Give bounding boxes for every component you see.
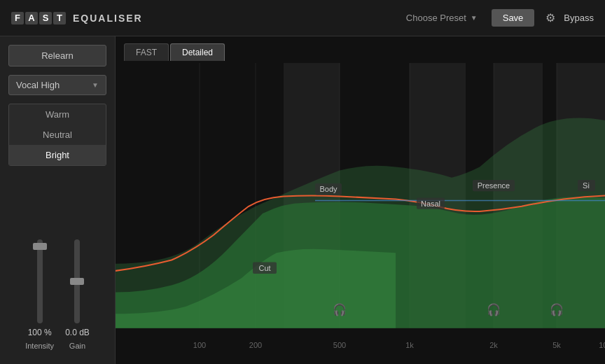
eq-canvas: 100 200 500 1k 2k 5k 10k 🎧 🎧 🎧 Body Nasa… [116, 63, 605, 364]
relearn-button[interactable]: Relearn [8, 45, 106, 66]
save-button[interactable]: Save [492, 9, 535, 27]
svg-text:Cut: Cut [258, 264, 271, 272]
dropdown-list: Warm Neutral Bright [8, 104, 106, 166]
gain-label: Gain [69, 342, 85, 350]
svg-text:🎧: 🎧 [487, 302, 501, 317]
bypass-button[interactable]: Bypass [564, 13, 594, 23]
svg-text:10k: 10k [599, 341, 605, 349]
preset-selector[interactable]: Choose Preset ▼ [406, 13, 478, 23]
preset-arrow-icon: ▼ [471, 14, 478, 22]
svg-text:Presence: Presence [478, 181, 510, 190]
svg-text:200: 200 [249, 341, 262, 349]
svg-text:🎧: 🎧 [550, 302, 564, 317]
svg-text:1k: 1k [405, 341, 414, 349]
intensity-slider-thumb[interactable] [33, 243, 47, 250]
left-panel: Relearn Vocal High ▼ Warm Neutral Bright… [0, 36, 116, 364]
vocal-preset-dropdown[interactable]: Vocal High ▼ [8, 75, 106, 95]
logo-letter-s: S [39, 12, 52, 24]
svg-text:5k: 5k [552, 341, 561, 349]
svg-text:Si: Si [583, 181, 590, 190]
gain-value: 0.0 dB [65, 328, 90, 337]
dropdown-item-bright[interactable]: Bright [9, 145, 106, 165]
svg-text:Nasal: Nasal [421, 200, 440, 208]
logo: F A S T EQUALISER [11, 12, 143, 24]
intensity-label: Intensity [25, 342, 54, 350]
app-title: EQUALISER [73, 13, 143, 24]
preset-label: Choose Preset [406, 13, 466, 23]
dropdown-item-warm[interactable]: Warm [9, 104, 106, 125]
dropdown-item-neutral[interactable]: Neutral [9, 125, 106, 145]
eq-panel: FAST Detailed [116, 36, 605, 364]
eq-svg: 100 200 500 1k 2k 5k 10k 🎧 🎧 🎧 Body Nasa… [116, 63, 605, 364]
vocal-preset-label: Vocal High [16, 80, 60, 90]
logo-letter-a: A [25, 12, 38, 24]
main-layout: Relearn Vocal High ▼ Warm Neutral Bright… [0, 36, 605, 364]
gain-slider-col: 0.0 dB Gain [65, 239, 90, 350]
intensity-slider-col: 100 % Intensity [25, 239, 54, 350]
eq-tabs: FAST Detailed [116, 36, 605, 61]
intensity-slider-track[interactable] [37, 239, 43, 323]
svg-text:Body: Body [319, 185, 337, 193]
gain-slider-track[interactable] [74, 239, 80, 323]
svg-text:🎧: 🎧 [333, 302, 347, 317]
header: F A S T EQUALISER Choose Preset ▼ Save ⚙… [0, 0, 605, 36]
svg-text:2k: 2k [489, 341, 498, 349]
gain-slider-thumb[interactable] [70, 278, 84, 285]
logo-letter-t: T [53, 12, 66, 24]
tab-fast[interactable]: FAST [124, 43, 169, 61]
tab-detailed[interactable]: Detailed [170, 43, 225, 61]
logo-letter-f: F [11, 12, 24, 24]
dropdown-arrow-icon: ▼ [92, 81, 99, 89]
svg-text:500: 500 [333, 341, 346, 349]
settings-button[interactable]: ⚙ [545, 11, 555, 24]
sliders-area: 100 % Intensity 0.0 dB Gain [8, 174, 106, 356]
intensity-value: 100 % [28, 328, 52, 337]
svg-text:100: 100 [193, 341, 206, 349]
